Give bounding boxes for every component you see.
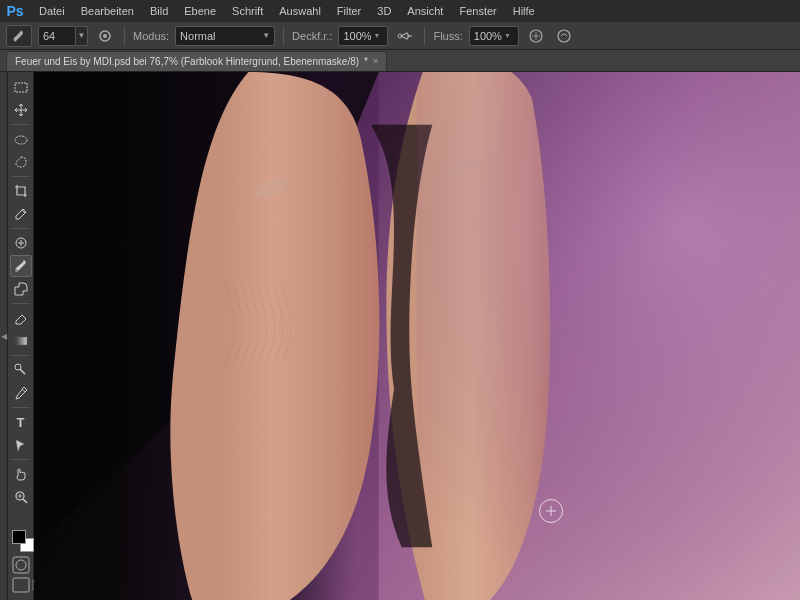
tool-sep-6 [12, 407, 30, 408]
tool-dodge[interactable] [10, 359, 32, 381]
svg-rect-12 [13, 557, 29, 573]
brush-size-arrow[interactable]: ▼ [76, 26, 88, 46]
tool-crop[interactable] [10, 180, 32, 202]
flow-value: 100% [474, 30, 502, 42]
opacity-arrow: ▼ [374, 32, 381, 39]
tool-eraser[interactable] [10, 307, 32, 329]
toolbar-collapse[interactable]: ◀ [0, 72, 8, 600]
opacity-label: Deckf.r.: [292, 30, 332, 42]
menu-bearbeiten[interactable]: Bearbeiten [74, 3, 141, 19]
svg-point-6 [15, 136, 27, 144]
menu-fenster[interactable]: Fenster [452, 3, 503, 19]
pressure-icon[interactable] [553, 25, 575, 47]
tool-hand[interactable] [10, 463, 32, 485]
options-bar: 64 ▼ Modus: Normal ▼ Deckf.r.: 100% ▼ Fl… [0, 22, 800, 50]
tool-marquee-ellipse[interactable] [10, 128, 32, 150]
menu-3d[interactable]: 3D [370, 3, 398, 19]
menu-hilfe[interactable]: Hilfe [506, 3, 542, 19]
tool-type[interactable]: T [10, 411, 32, 433]
brush-settings-icon[interactable] [94, 25, 116, 47]
tool-zoom[interactable] [10, 486, 32, 508]
tool-sep-7 [12, 459, 30, 460]
tool-sep-2 [12, 176, 30, 177]
mode-dropdown[interactable]: Normal ▼ [175, 26, 275, 46]
menu-filter[interactable]: Filter [330, 3, 368, 19]
canvas-area[interactable] [34, 72, 800, 600]
menu-ansicht[interactable]: Ansicht [400, 3, 450, 19]
screen-mode-btn[interactable] [12, 576, 30, 596]
tab-bar: Feuer und Eis by MDI.psd bei 76,7% (Farb… [0, 50, 800, 72]
tool-move[interactable] [10, 99, 32, 121]
color-swatches[interactable] [12, 530, 34, 552]
tab-title: Feuer und Eis by MDI.psd bei 76,7% (Farb… [15, 56, 359, 67]
tool-lasso[interactable] [10, 151, 32, 173]
tool-sep-3 [12, 228, 30, 229]
tab-modified: * [364, 56, 368, 67]
tool-gradient[interactable] [10, 330, 32, 352]
tool-sep-4 [12, 303, 30, 304]
divider-1 [124, 27, 125, 45]
mode-dropdown-arrow: ▼ [262, 31, 270, 40]
flow-input[interactable]: 100% ▼ [469, 26, 519, 46]
divider-2 [283, 27, 284, 45]
menu-bild[interactable]: Bild [143, 3, 175, 19]
brush-size-input[interactable]: 64 [38, 26, 76, 46]
collapse-arrow: ◀ [1, 332, 7, 341]
type-icon-letter: T [17, 415, 25, 430]
toolbar: T [8, 72, 34, 600]
tool-pen[interactable] [10, 382, 32, 404]
svg-point-8 [15, 269, 18, 272]
svg-point-1 [103, 34, 107, 38]
svg-rect-14 [13, 578, 29, 592]
tool-sep-1 [12, 124, 30, 125]
flow-arrow: ▼ [504, 32, 511, 39]
mode-label: Modus: [133, 30, 169, 42]
main-area: ◀ [0, 72, 800, 600]
flow-label: Fluss: [433, 30, 462, 42]
airbrush-icon[interactable] [394, 25, 416, 47]
opacity-value: 100% [343, 30, 371, 42]
tab-close-btn[interactable]: × [373, 56, 378, 66]
menu-auswahl[interactable]: Auswahl [272, 3, 328, 19]
opacity-input[interactable]: 100% ▼ [338, 26, 388, 46]
svg-point-4 [558, 30, 570, 42]
tool-path-select[interactable] [10, 434, 32, 456]
menu-schrift[interactable]: Schrift [225, 3, 270, 19]
quick-mask-btn[interactable] [12, 556, 30, 576]
brush-size-group: 64 ▼ [38, 26, 88, 46]
brush-preset-btn[interactable] [6, 25, 32, 47]
divider-3 [424, 27, 425, 45]
smoothing-icon[interactable] [525, 25, 547, 47]
document-tab[interactable]: Feuer und Eis by MDI.psd bei 76,7% (Farb… [6, 51, 387, 71]
tool-brush[interactable] [10, 255, 32, 277]
tool-eyedropper[interactable] [10, 203, 32, 225]
foreground-color-swatch[interactable] [12, 530, 26, 544]
document-canvas[interactable] [34, 72, 800, 600]
svg-point-13 [16, 560, 26, 570]
tool-sep-5 [12, 355, 30, 356]
tool-marquee-rect[interactable] [10, 76, 32, 98]
menu-ebene[interactable]: Ebene [177, 3, 223, 19]
brush-icon [12, 29, 26, 43]
svg-rect-5 [15, 83, 27, 92]
menu-datei[interactable]: Datei [32, 3, 72, 19]
mode-value: Normal [180, 30, 215, 42]
menu-bar: Ps Datei Bearbeiten Bild Ebene Schrift A… [0, 0, 800, 22]
app-logo: Ps [4, 0, 26, 22]
svg-rect-9 [15, 337, 27, 345]
tool-clone-stamp[interactable] [10, 278, 32, 300]
tool-healing[interactable] [10, 232, 32, 254]
